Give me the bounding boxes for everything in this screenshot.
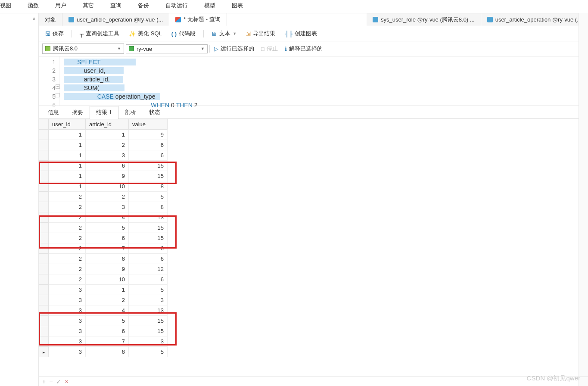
cell[interactable]: 7 <box>86 336 129 347</box>
table-row[interactable]: 276 <box>39 243 168 254</box>
cell[interactable]: 1 <box>49 181 86 192</box>
menu-query[interactable]: 查询 <box>110 2 121 9</box>
cell[interactable]: 3 <box>86 150 129 161</box>
table-row[interactable]: 136 <box>39 150 168 161</box>
table-row[interactable]: 286 <box>39 254 168 264</box>
fold-icon[interactable]: − <box>56 84 60 89</box>
cell[interactable]: 6 <box>129 254 168 264</box>
row-header[interactable] <box>39 130 49 140</box>
export-button[interactable]: ⇲导出结果 <box>244 29 277 38</box>
tab-sys-user-role[interactable]: sys_user_role @ry-vue (腾讯云8.0) ... <box>367 13 481 26</box>
col-value[interactable]: value <box>129 119 168 130</box>
menu-chart[interactable]: 图表 <box>232 2 243 9</box>
col-article-id[interactable]: article_id <box>86 119 129 130</box>
cell[interactable]: 15 <box>129 223 168 233</box>
cell[interactable]: 2 <box>86 192 129 202</box>
row-header[interactable] <box>39 150 49 161</box>
table-row[interactable]: 315 <box>39 285 168 295</box>
cell[interactable]: 2 <box>86 140 129 150</box>
cell[interactable]: 6 <box>129 243 168 254</box>
row-header[interactable] <box>39 171 49 181</box>
cell[interactable]: 10 <box>86 181 129 192</box>
cell[interactable]: 2 <box>49 223 86 233</box>
cell[interactable]: 5 <box>86 316 129 326</box>
row-header[interactable] <box>39 336 49 347</box>
row-header[interactable] <box>39 347 49 357</box>
fold-icon[interactable]: − <box>56 93 60 97</box>
row-header[interactable] <box>39 212 49 223</box>
tab-user-article-2[interactable]: user_article_operation @ry-vue (... <box>481 13 588 26</box>
table-row[interactable]: 3515 <box>39 316 168 326</box>
cell[interactable]: 1 <box>49 140 86 150</box>
menu-func[interactable]: 函数 <box>28 2 39 9</box>
server-dropdown[interactable]: 腾讯云8.0 ▼ <box>42 44 124 54</box>
row-header[interactable] <box>39 264 49 274</box>
table-row[interactable]: 2106 <box>39 274 168 285</box>
run-selected-button[interactable]: ▷运行已选择的 <box>212 44 257 53</box>
menu-model[interactable]: 模型 <box>204 2 215 9</box>
cell[interactable]: 15 <box>129 161 168 171</box>
apply-button[interactable]: ✓ <box>56 378 61 385</box>
row-header[interactable] <box>39 243 49 254</box>
row-header[interactable] <box>39 316 49 326</box>
cell[interactable]: 6 <box>86 326 129 336</box>
cell[interactable]: 5 <box>129 285 168 295</box>
table-row[interactable]: 2515 <box>39 223 168 233</box>
cell[interactable]: 1 <box>86 285 129 295</box>
table-row[interactable]: 225 <box>39 192 168 202</box>
cell[interactable]: 15 <box>129 171 168 181</box>
cell[interactable]: 6 <box>129 274 168 285</box>
cell[interactable]: 5 <box>129 347 168 357</box>
menu-auto[interactable]: 自动运行 <box>165 2 188 9</box>
beautify-sql-button[interactable]: ✨美化 SQL <box>127 29 164 38</box>
cell[interactable]: 13 <box>129 212 168 223</box>
table-row[interactable]: 238 <box>39 202 168 212</box>
row-header[interactable] <box>39 233 49 243</box>
table-row[interactable]: 1108 <box>39 181 168 192</box>
cell[interactable]: 5 <box>86 223 129 233</box>
cell[interactable]: 3 <box>49 295 86 305</box>
row-header[interactable] <box>39 192 49 202</box>
cell[interactable]: 2 <box>49 192 86 202</box>
cell[interactable]: 8 <box>129 202 168 212</box>
table-row[interactable]: 323 <box>39 295 168 305</box>
cell[interactable]: 12 <box>129 264 168 274</box>
cell[interactable]: 6 <box>86 161 129 171</box>
cell[interactable]: 2 <box>49 233 86 243</box>
cell[interactable]: 3 <box>49 285 86 295</box>
cell[interactable]: 3 <box>129 336 168 347</box>
tab-objects[interactable]: 对象 <box>39 13 62 26</box>
cell[interactable]: 8 <box>129 181 168 192</box>
col-user-id[interactable]: user_id <box>49 119 86 130</box>
cell[interactable]: 6 <box>129 140 168 150</box>
table-row[interactable]: 1615 <box>39 161 168 171</box>
cell[interactable]: 2 <box>49 243 86 254</box>
table-row[interactable]: 3615 <box>39 326 168 336</box>
cell[interactable]: 3 <box>49 336 86 347</box>
menu-other[interactable]: 其它 <box>83 2 94 9</box>
cell[interactable]: 1 <box>86 130 129 140</box>
delete-row-button[interactable]: − <box>49 378 53 385</box>
cell[interactable]: 10 <box>86 274 129 285</box>
cell[interactable]: 9 <box>129 130 168 140</box>
cell[interactable]: 2 <box>86 295 129 305</box>
menu-user[interactable]: 用户 <box>55 2 66 9</box>
cell[interactable]: 13 <box>129 305 168 316</box>
cell[interactable]: 3 <box>49 305 86 316</box>
menu-view[interactable]: 视图 <box>0 2 11 9</box>
menu-backup[interactable]: 备份 <box>138 2 149 9</box>
cell[interactable]: 9 <box>86 171 129 181</box>
cell[interactable]: 6 <box>86 233 129 243</box>
row-header[interactable] <box>39 326 49 336</box>
cell[interactable]: 2 <box>49 254 86 264</box>
sql-editor[interactable]: 123 4− 5− 6 SELECT user_id, article_id, … <box>39 56 588 106</box>
add-row-button[interactable]: + <box>42 378 46 385</box>
cell[interactable]: 9 <box>86 264 129 274</box>
snippet-button[interactable]: ( )代码段 <box>170 29 197 38</box>
query-builder-button[interactable]: ┬查询创建工具 <box>78 29 121 38</box>
cell[interactable]: 3 <box>49 316 86 326</box>
cell[interactable]: 3 <box>49 326 86 336</box>
row-header[interactable] <box>39 161 49 171</box>
cell[interactable]: 3 <box>86 202 129 212</box>
row-header[interactable] <box>39 274 49 285</box>
